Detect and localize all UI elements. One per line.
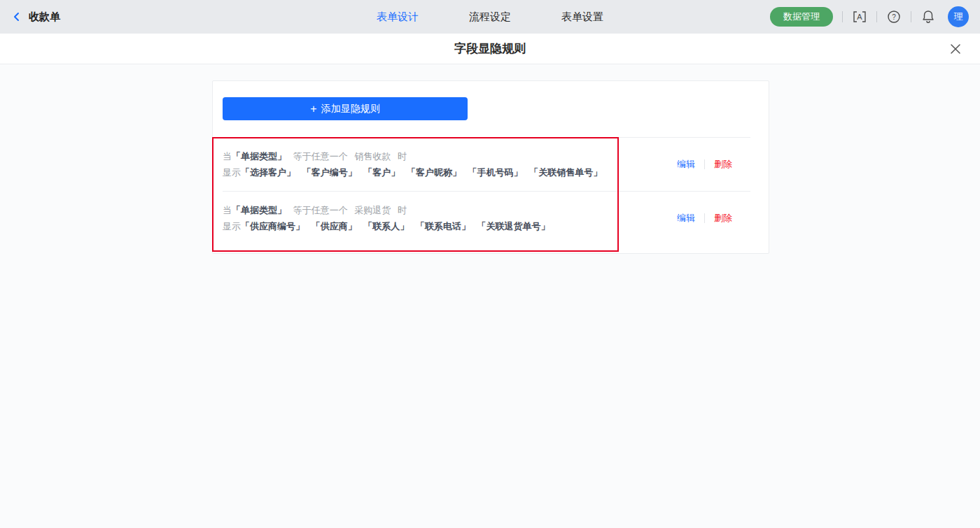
rules-panel: + 添加显隐规则 当「单据类型」 等于任意一个 销售收款 时 显示「选择客户」 … xyxy=(212,80,769,254)
divider xyxy=(876,11,877,22)
svg-text:?: ? xyxy=(892,13,896,21)
rule-row: 当「单据类型」 等于任意一个 采购退货 时 显示「供应商编号」 「供应商」 「联… xyxy=(213,192,769,245)
shown-field: 「手机号码」 xyxy=(468,167,523,178)
shown-field: 「客户昵称」 xyxy=(407,167,461,178)
shown-field: 「供应商」 xyxy=(312,221,357,231)
chevron-left-icon xyxy=(11,11,22,22)
topbar-tabs: 表单设计 流程设定 表单设置 xyxy=(377,0,603,34)
topbar-left: 收款单 xyxy=(11,10,60,24)
content-area: + 添加显隐规则 当「单据类型」 等于任意一个 销售收款 时 显示「选择客户」 … xyxy=(0,64,980,528)
shown-field: 「选择客户」 xyxy=(241,167,295,178)
bell-icon[interactable] xyxy=(920,9,936,24)
show-label: 显示 xyxy=(223,221,241,231)
translate-icon[interactable]: A xyxy=(852,9,867,24)
tab-form-settings[interactable]: 表单设置 xyxy=(561,10,603,24)
back-button[interactable] xyxy=(11,11,22,22)
shown-field: 「联系电话」 xyxy=(416,221,470,231)
condition-value: 采购退货 xyxy=(354,205,391,215)
rule-description: 当「单据类型」 等于任意一个 采购退货 时 显示「供应商编号」 「供应商」 「联… xyxy=(223,202,677,234)
shown-field: 「关联销售单号」 xyxy=(529,167,602,178)
svg-text:A: A xyxy=(857,13,862,21)
tab-flow-settings[interactable]: 流程设定 xyxy=(469,10,511,24)
page-header: 字段显隐规则 xyxy=(0,34,980,64)
shown-field: 「客户编号」 xyxy=(302,167,357,178)
condition-value: 销售收款 xyxy=(354,151,391,162)
condition-operator: 等于任意一个 xyxy=(293,151,348,162)
delete-link[interactable]: 删除 xyxy=(714,158,732,171)
shown-field: 「供应商编号」 xyxy=(241,221,304,231)
condition-suffix: 时 xyxy=(398,151,407,162)
condition-field: 「单据类型」 xyxy=(232,205,286,215)
edit-link[interactable]: 编辑 xyxy=(677,212,695,224)
topbar: 收款单 表单设计 流程设定 表单设置 数据管理 A ? xyxy=(0,0,980,34)
rule-show-line: 显示「供应商编号」 「供应商」 「联系人」 「联系电话」 「关联退货单号」 xyxy=(223,218,677,234)
close-icon[interactable] xyxy=(948,41,963,57)
shown-field: 「关联退货单号」 xyxy=(477,221,550,231)
rule-show-line: 显示「选择客户」 「客户编号」 「客户」 「客户昵称」 「手机号码」 「关联销售… xyxy=(223,164,677,180)
rule-row: 当「单据类型」 等于任意一个 销售收款 时 显示「选择客户」 「客户编号」 「客… xyxy=(213,138,769,191)
condition-when: 当 xyxy=(223,205,232,215)
topbar-right: 数据管理 A ? 理 xyxy=(770,6,969,27)
shown-field: 「客户」 xyxy=(363,167,400,178)
add-rule-label: 添加显隐规则 xyxy=(321,103,380,115)
edit-link[interactable]: 编辑 xyxy=(677,158,695,171)
divider xyxy=(911,11,911,22)
rule-actions: 编辑 删除 xyxy=(677,212,732,224)
divider xyxy=(704,213,705,223)
page-title: 字段显隐规则 xyxy=(454,41,526,57)
divider xyxy=(704,159,705,169)
rule-description: 当「单据类型」 等于任意一个 销售收款 时 显示「选择客户」 「客户编号」 「客… xyxy=(223,148,677,180)
condition-suffix: 时 xyxy=(398,205,407,215)
condition-field: 「单据类型」 xyxy=(232,151,286,162)
data-manage-button[interactable]: 数据管理 xyxy=(770,7,833,27)
rule-actions: 编辑 删除 xyxy=(677,158,732,171)
add-rule-button[interactable]: + 添加显隐规则 xyxy=(223,97,468,120)
rule-condition-line: 当「单据类型」 等于任意一个 采购退货 时 xyxy=(223,202,677,218)
rule-condition-line: 当「单据类型」 等于任意一个 销售收款 时 xyxy=(223,148,677,164)
plus-icon: + xyxy=(310,104,316,115)
condition-when: 当 xyxy=(223,151,232,162)
shown-field: 「联系人」 xyxy=(363,221,409,231)
condition-operator: 等于任意一个 xyxy=(293,205,348,215)
tab-form-design[interactable]: 表单设计 xyxy=(377,10,419,24)
help-icon[interactable]: ? xyxy=(886,9,902,24)
avatar[interactable]: 理 xyxy=(948,6,969,27)
show-label: 显示 xyxy=(223,167,241,178)
delete-link[interactable]: 删除 xyxy=(714,212,732,224)
divider xyxy=(842,11,843,22)
form-title: 收款单 xyxy=(29,10,60,24)
